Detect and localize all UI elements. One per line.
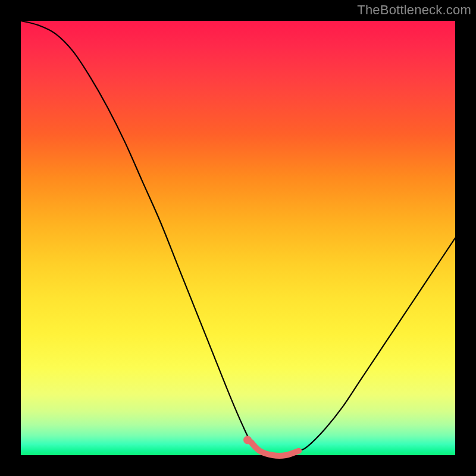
- bottleneck-curve-path: [21, 21, 455, 456]
- watermark-text: TheBottleneck.com: [357, 2, 471, 18]
- plot-area: [21, 21, 455, 455]
- chart-container: TheBottleneck.com: [0, 0, 476, 476]
- accent-segment-path: [251, 442, 299, 456]
- curve-svg: [21, 21, 455, 455]
- accent-dot: [243, 436, 252, 444]
